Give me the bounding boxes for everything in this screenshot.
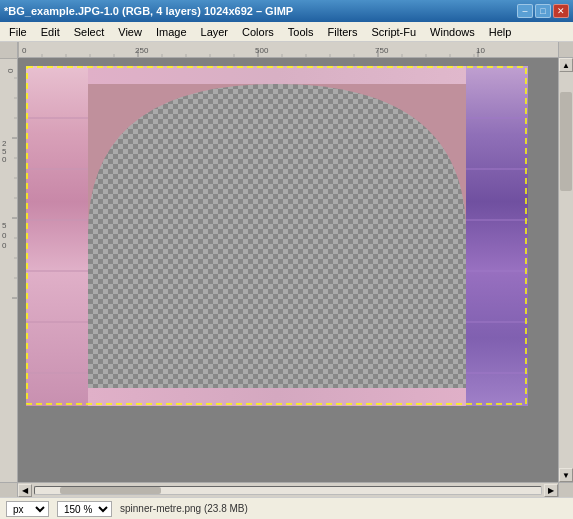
arch-container	[88, 84, 466, 388]
ruler-horizontal: 0 250 500 750 10	[18, 42, 558, 57]
menu-item-filters[interactable]: Filters	[321, 24, 365, 40]
scroll-down-button[interactable]: ▼	[559, 468, 573, 482]
svg-text:0: 0	[22, 46, 27, 55]
scrollbar-horizontal[interactable]: ◀ ▶	[18, 482, 558, 497]
file-info: spinner-metre.png (23.8 MB)	[120, 503, 248, 514]
menu-item-colors[interactable]: Colors	[235, 24, 281, 40]
minimize-button[interactable]: –	[517, 4, 533, 18]
menu-bar: FileEditSelectViewImageLayerColorsToolsF…	[0, 22, 573, 42]
scroll-right-button[interactable]: ▶	[544, 484, 558, 497]
bottom-left-corner	[0, 482, 18, 497]
scroll-track-vertical[interactable]	[559, 72, 573, 468]
canvas-main: 0 2 5 0 5 0 0	[0, 58, 573, 482]
ruler-corner-right	[558, 42, 573, 57]
menu-item-file[interactable]: File	[2, 24, 34, 40]
menu-item-script-fu[interactable]: Script-Fu	[364, 24, 423, 40]
title-bar: *BG_example.JPG-1.0 (RGB, 4 layers) 1024…	[0, 0, 573, 22]
zoom-control[interactable]: 150 % 100 % 50 % 200 %	[57, 501, 112, 517]
svg-text:10: 10	[476, 46, 485, 55]
svg-text:500: 500	[255, 46, 269, 55]
svg-text:5: 5	[2, 221, 7, 230]
window-controls: – □ ✕	[517, 4, 569, 18]
image-top	[88, 66, 466, 84]
svg-text:0: 0	[2, 241, 7, 250]
canvas-area: 0 250 500 750 10	[0, 42, 573, 497]
menu-item-image[interactable]: Image	[149, 24, 194, 40]
menu-item-select[interactable]: Select	[67, 24, 112, 40]
ruler-top-row: 0 250 500 750 10	[0, 42, 573, 58]
menu-item-help[interactable]: Help	[482, 24, 519, 40]
image-right-side	[466, 66, 528, 406]
ruler-h-svg: 0 250 500 750 10	[18, 42, 558, 57]
canvas-viewport[interactable]	[18, 58, 558, 482]
menu-item-view[interactable]: View	[111, 24, 149, 40]
bottom-right-corner	[558, 482, 573, 497]
menu-item-tools[interactable]: Tools	[281, 24, 321, 40]
menu-item-windows[interactable]: Windows	[423, 24, 482, 40]
menu-item-edit[interactable]: Edit	[34, 24, 67, 40]
close-button[interactable]: ✕	[553, 4, 569, 18]
window-title: *BG_example.JPG-1.0 (RGB, 4 layers) 1024…	[4, 5, 293, 17]
svg-text:0: 0	[6, 68, 15, 73]
scrollbar-vertical[interactable]: ▲ ▼	[558, 58, 573, 482]
ruler-corner	[0, 42, 18, 58]
scroll-up-button[interactable]: ▲	[559, 58, 573, 72]
image-left-side	[26, 66, 88, 406]
unit-select[interactable]: px in mm	[6, 501, 49, 517]
arch-svg	[88, 84, 466, 388]
svg-text:0: 0	[2, 231, 7, 240]
menu-item-layer[interactable]: Layer	[194, 24, 236, 40]
status-bar: px in mm 150 % 100 % 50 % 200 % spinner-…	[0, 497, 573, 519]
svg-text:0: 0	[2, 155, 7, 164]
svg-text:750: 750	[375, 46, 389, 55]
bottom-row: ◀ ▶	[0, 482, 573, 497]
svg-rect-50	[88, 84, 466, 388]
ruler-vertical: 0 2 5 0 5 0 0	[0, 58, 18, 482]
zoom-select[interactable]: 150 % 100 % 50 % 200 %	[57, 501, 112, 517]
unit-selector[interactable]: px in mm	[6, 501, 49, 517]
canvas-image	[26, 66, 528, 406]
ruler-v-svg: 0 2 5 0 5 0 0	[0, 58, 18, 482]
scroll-track-horizontal[interactable]	[34, 486, 542, 495]
svg-text:250: 250	[135, 46, 149, 55]
maximize-button[interactable]: □	[535, 4, 551, 18]
scroll-left-button[interactable]: ◀	[18, 484, 32, 497]
scroll-thumb-horizontal[interactable]	[60, 487, 161, 494]
scroll-thumb-vertical[interactable]	[560, 92, 572, 191]
image-bottom	[88, 388, 466, 406]
